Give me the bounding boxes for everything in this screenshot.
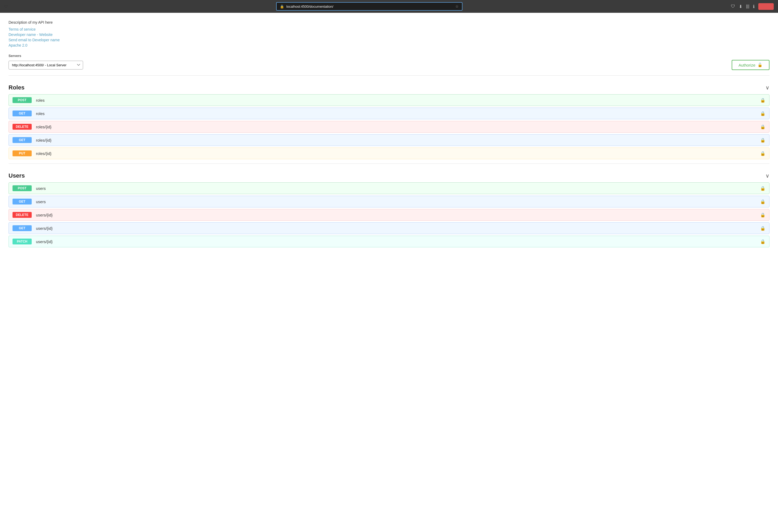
- server-select[interactable]: http://localhost:4500/ - Local Server: [8, 61, 83, 70]
- endpoint-get-roles[interactable]: GET roles 🔒: [8, 107, 770, 119]
- section-divider-roles-users: [8, 163, 770, 164]
- endpoint-path: roles/{id}: [36, 151, 52, 156]
- users-chevron-icon: ∨: [766, 172, 770, 179]
- endpoint-delete-users-id[interactable]: DELETE users/{id} 🔒: [8, 209, 770, 221]
- endpoint-path: roles: [36, 111, 45, 116]
- endpoint-get-roles-id[interactable]: GET roles/{id} 🔒: [8, 134, 770, 146]
- endpoint-get-users-id[interactable]: GET users/{id} 🔒: [8, 222, 770, 234]
- lock-icon: 🔒: [760, 138, 766, 143]
- method-badge-get: GET: [12, 137, 32, 143]
- profile-button[interactable]: [758, 3, 774, 10]
- terms-of-service-link[interactable]: Terms of service: [8, 27, 770, 31]
- endpoint-post-users[interactable]: POST users 🔒: [8, 182, 770, 194]
- lock-icon: 🔒: [760, 124, 766, 130]
- address-bar[interactable]: 🔒 localhost:4500/documentation/ ☆: [276, 2, 463, 11]
- license-link[interactable]: Apache 2.0: [8, 43, 770, 48]
- method-badge-get: GET: [12, 199, 32, 205]
- endpoint-path: roles/{id}: [36, 125, 52, 129]
- roles-section-header[interactable]: Roles ∨: [8, 80, 770, 94]
- users-section-header[interactable]: Users ∨: [8, 168, 770, 182]
- developer-website-link[interactable]: Developer name - Website: [8, 32, 770, 37]
- lock-icon: 🔒: [760, 111, 766, 116]
- method-badge-put: PUT: [12, 150, 32, 156]
- roles-title: Roles: [8, 84, 24, 91]
- authorize-lock-icon: 🔓: [758, 63, 763, 67]
- download-icon[interactable]: ⬇: [739, 4, 742, 9]
- endpoint-post-roles[interactable]: POST roles 🔒: [8, 94, 770, 106]
- authorize-label: Authorize: [738, 63, 755, 67]
- method-badge-get: GET: [12, 110, 32, 117]
- lock-icon: 🔒: [760, 199, 766, 204]
- lock-icon: 🔒: [760, 186, 766, 191]
- users-title: Users: [8, 172, 25, 179]
- api-section-roles: Roles ∨ POST roles 🔒 GET roles 🔒 DELETE …: [8, 80, 770, 159]
- browser-chrome: 🛡 🔒 localhost:4500/documentation/ ☆ 🛡 ⬇ …: [0, 0, 778, 13]
- lock-icon: 🔒: [760, 226, 766, 231]
- endpoint-get-users[interactable]: GET users 🔒: [8, 196, 770, 208]
- servers-label: Servers: [8, 54, 770, 58]
- browser-left-icons: 🛡: [4, 4, 8, 8]
- browser-right-icons: 🛡 ⬇ ||| ℹ: [731, 3, 774, 10]
- endpoint-path: users/{id}: [36, 239, 53, 244]
- lock-icon: 🔒: [760, 239, 766, 244]
- endpoint-patch-users-id[interactable]: PATCH users/{id} 🔒: [8, 236, 770, 247]
- shield-icon: 🛡: [4, 4, 8, 8]
- section-divider-top: [8, 75, 770, 76]
- library-icon[interactable]: |||: [746, 4, 749, 9]
- lock-icon: 🔒: [760, 213, 766, 218]
- url-text: localhost:4500/documentation/: [286, 5, 333, 8]
- endpoint-path: roles/{id}: [36, 138, 52, 142]
- endpoint-put-roles-id[interactable]: PUT roles/{id} 🔒: [8, 148, 770, 159]
- api-links: Terms of service Developer name - Websit…: [8, 27, 770, 48]
- endpoint-path: users: [36, 186, 46, 191]
- method-badge-get: GET: [12, 225, 32, 231]
- star-icon[interactable]: ☆: [455, 4, 459, 8]
- send-email-link[interactable]: Send email to Developer name: [8, 38, 770, 42]
- method-badge-delete: DELETE: [12, 212, 32, 218]
- shield-alt-icon[interactable]: 🛡: [731, 4, 735, 9]
- lock-icon: 🔒: [760, 151, 766, 156]
- method-badge-post: POST: [12, 185, 32, 191]
- lock-icon: 🔒: [280, 5, 284, 8]
- endpoint-delete-roles-id[interactable]: DELETE roles/{id} 🔒: [8, 121, 770, 133]
- method-badge-delete: DELETE: [12, 124, 32, 130]
- lock-icon: 🔒: [760, 98, 766, 103]
- method-badge-post: POST: [12, 97, 32, 103]
- endpoint-path: users/{id}: [36, 213, 53, 217]
- api-section-users: Users ∨ POST users 🔒 GET users 🔒 DELETE …: [8, 168, 770, 247]
- info-icon[interactable]: ℹ: [753, 4, 755, 9]
- method-badge-patch: PATCH: [12, 239, 32, 244]
- page-content: Description of my API here Terms of serv…: [0, 13, 778, 260]
- endpoint-path: users: [36, 200, 46, 204]
- servers-row: http://localhost:4500/ - Local Server Au…: [8, 60, 770, 70]
- endpoint-path: users/{id}: [36, 226, 53, 231]
- authorize-button[interactable]: Authorize 🔓: [732, 60, 770, 70]
- servers-section: Servers http://localhost:4500/ - Local S…: [8, 54, 770, 70]
- api-description: Description of my API here: [8, 20, 770, 24]
- endpoint-path: roles: [36, 98, 45, 102]
- roles-chevron-icon: ∨: [766, 84, 770, 91]
